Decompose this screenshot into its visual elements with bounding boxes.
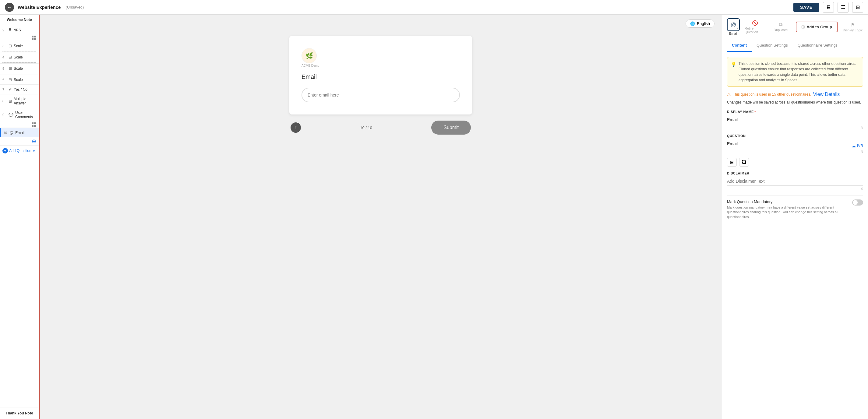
add-to-group-icon: ⊞ xyxy=(801,25,805,29)
sidebar-item-group-2: 2 ⠿ NPS xyxy=(0,25,39,41)
sidebar-item-group-7: 7 ✔ Yes / No xyxy=(0,85,39,94)
add-question-chevron: ∨ xyxy=(33,149,35,153)
right-panel-top: @ ▾ Email 🚫 Retire Question ⧉ Duplicate … xyxy=(722,14,868,39)
add-item-plus[interactable]: ⊕ xyxy=(32,138,36,144)
menu-icon-button[interactable]: ☰ xyxy=(838,2,848,13)
media-tool-button[interactable]: 🖼 xyxy=(739,158,749,167)
display-logic-action[interactable]: ⚑ Display Logic xyxy=(842,22,863,32)
info-box-text: This question is cloned because it is sh… xyxy=(739,61,859,83)
add-item-area: ⊕ xyxy=(0,137,39,145)
warning-icon: ⚠ xyxy=(727,92,731,97)
display-name-label: DISPLAY NAME * xyxy=(727,110,863,114)
survey-email-input[interactable] xyxy=(302,88,460,102)
save-button[interactable]: SAVE xyxy=(794,3,819,12)
canvas: 🌐 English 🌿 ACME Demo Email ⇧ 10 / 10 Su… xyxy=(40,14,722,419)
display-logic-icon: ⚑ xyxy=(850,22,855,28)
ivr-icon: ☁ xyxy=(851,143,856,148)
retire-question-action[interactable]: 🚫 Retire Question xyxy=(745,20,765,34)
at-icon: @ xyxy=(731,22,736,28)
svg-rect-5 xyxy=(34,122,36,124)
sidebar-item-6[interactable]: 6 ⊟ Scale xyxy=(0,75,39,84)
sidebar-item-8[interactable]: 8 ⊞ Multiple Answer xyxy=(0,94,39,108)
scroll-up-button[interactable]: ⇧ xyxy=(290,122,301,133)
sidebar-item-group-3: 3 ⊟ Scale xyxy=(0,41,39,53)
sidebar-item-group-6: 6 ⊟ Scale xyxy=(0,75,39,85)
mandatory-row: Mark Question Mandatory Mark question ma… xyxy=(727,195,863,219)
scale-icon-4: ⊟ xyxy=(8,55,12,59)
sidebar-item-5[interactable]: 5 ⊟ Scale xyxy=(0,64,39,73)
comment-icon: 💬 xyxy=(8,113,13,117)
survey-logo: 🌿 ACME Demo xyxy=(302,48,460,67)
nav-title: Website Experience xyxy=(18,5,61,10)
panel-tabs: Content Question Settings Questionnaire … xyxy=(722,39,868,52)
tab-question-settings[interactable]: Question Settings xyxy=(752,39,793,52)
sidebar-item-2[interactable]: 2 ⠿ NPS xyxy=(0,25,39,35)
add-question-button[interactable]: + Add Question ∨ xyxy=(0,146,39,156)
sidebar-item-10[interactable]: 10 @ Email xyxy=(0,128,39,137)
duplicate-icon: ⧉ xyxy=(779,22,782,27)
retire-label: Retire Question xyxy=(745,27,765,34)
svg-rect-4 xyxy=(32,122,33,124)
sidebar-thank-you-note[interactable]: Thank You Note xyxy=(0,408,39,419)
sidebar-item-4[interactable]: 4 ⊟ Scale xyxy=(0,53,39,62)
svg-rect-7 xyxy=(34,125,36,127)
nav-unsaved: (Unsaved) xyxy=(65,5,84,9)
display-name-char-count: 5 xyxy=(727,125,863,129)
add-question-label: Add Question xyxy=(9,149,31,153)
mandatory-toggle[interactable] xyxy=(852,199,863,205)
divider-3-4 xyxy=(2,51,36,52)
ivr-label: IVR xyxy=(857,144,863,148)
top-nav: ← Website Experience (Unsaved) SAVE 🖥 ☰ … xyxy=(0,0,868,14)
sidebar-item-group-8: 8 ⊞ Multiple Answer xyxy=(0,94,39,108)
sidebar-item-group-4: 4 ⊟ Scale xyxy=(0,53,39,64)
disclaimer-input[interactable] xyxy=(727,177,863,186)
back-button[interactable]: ← xyxy=(5,3,14,12)
item-label-2: NPS xyxy=(13,28,21,32)
item-num-2: 2 xyxy=(2,28,7,32)
ivr-button[interactable]: ☁ IVR xyxy=(851,143,863,148)
tab-questionnaire-settings[interactable]: Questionnaire Settings xyxy=(793,39,843,52)
question-label: QUESTION xyxy=(727,134,863,138)
cloned-info-box: 💡 This question is cloned because it is … xyxy=(727,57,863,87)
email-icon-sidebar: @ xyxy=(9,130,13,135)
logo-label: ACME Demo xyxy=(302,64,460,67)
email-question-icon: @ ▾ Email xyxy=(727,18,740,35)
sidebar-item-9[interactable]: 9 💬 User Comments xyxy=(0,108,39,122)
yesno-icon: ✔ xyxy=(8,87,12,92)
panel-content: 💡 This question is cloned because it is … xyxy=(722,52,868,419)
disclaimer-char-count: 0 xyxy=(727,187,863,191)
monitor-icon-button[interactable]: 🖥 xyxy=(823,2,834,13)
survey-card: 🌿 ACME Demo Email xyxy=(289,36,472,115)
duplicate-action[interactable]: ⧉ Duplicate xyxy=(770,22,791,32)
language-button[interactable]: 🌐 English xyxy=(686,20,714,28)
logo-image: 🌿 xyxy=(302,48,317,63)
scale-icon-3: ⊟ xyxy=(8,43,12,48)
warning-row: ⚠ This question is used in 15 other ques… xyxy=(727,92,863,97)
view-details-link[interactable]: View Details xyxy=(813,92,840,97)
sidebar: Welcome Note 2 ⠿ NPS 3 ⊟ Scale 4 ⊟ xyxy=(0,14,40,419)
sidebar-item-7[interactable]: 7 ✔ Yes / No xyxy=(0,85,39,94)
required-star-display: * xyxy=(754,110,756,114)
canvas-footer: ⇧ 10 / 10 Submit xyxy=(289,121,472,135)
submit-button[interactable]: Submit xyxy=(431,121,471,135)
main-layout: Welcome Note 2 ⠿ NPS 3 ⊟ Scale 4 ⊟ xyxy=(0,14,868,419)
question-input[interactable] xyxy=(727,139,849,148)
svg-rect-0 xyxy=(32,36,33,37)
tab-content[interactable]: Content xyxy=(727,39,752,52)
sidebar-item-group-5: 5 ⊟ Scale xyxy=(0,64,39,75)
logo-emoji: 🌿 xyxy=(306,52,313,59)
svg-rect-1 xyxy=(34,36,36,37)
display-name-input[interactable] xyxy=(727,116,863,124)
grid-icon-button[interactable]: ⊞ xyxy=(852,2,863,13)
sidebar-welcome-note[interactable]: Welcome Note xyxy=(0,14,39,25)
sidebar-item-3[interactable]: 3 ⊟ Scale xyxy=(0,41,39,51)
scale-icon-5: ⊟ xyxy=(8,66,12,71)
lang-icon: 🌐 xyxy=(690,21,695,26)
add-to-group-button[interactable]: ⊞ Add to Group xyxy=(796,22,838,32)
info-icon: 💡 xyxy=(731,61,736,83)
language-label: English xyxy=(697,21,710,26)
mandatory-desc: Mark question mandatory may have a diffe… xyxy=(727,205,852,219)
divider-5-6 xyxy=(2,74,36,74)
table-tool-button[interactable]: ⊞ xyxy=(727,158,737,167)
survey-question-title: Email xyxy=(302,73,460,80)
